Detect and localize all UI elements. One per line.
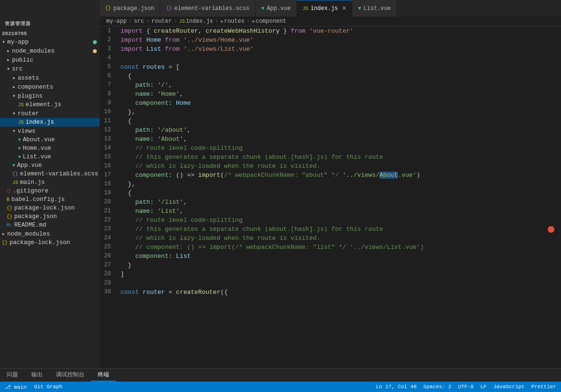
line-content-13[interactable]: name: 'About', [119,135,561,144]
sidebar-item-babel-config[interactable]: Bbabel.config.js [0,195,100,204]
code-line-13: 13 name: 'About', [100,135,561,144]
line-content-28[interactable]: ] [119,270,561,279]
sidebar-item-label: About.vue [23,137,55,143]
breadcrumb-item-8[interactable]: ◈routes [220,18,244,25]
project-name-label: 20210705 [2,31,27,36]
line-content-23[interactable]: // this generates a separate chunk (abou… [119,225,561,234]
tab-close-button[interactable]: × [342,5,346,12]
bottom-tab-输出[interactable]: 输出 [25,369,49,382]
line-content-22[interactable]: // route level code-splitting [119,216,561,225]
line-number-9: 9 [100,99,119,108]
sidebar-item-app-vue[interactable]: ▼App.vue [0,161,100,170]
line-content-14[interactable]: // route level code-splitting [119,144,561,153]
breadcrumb-item-6[interactable]: JSindex.js [179,18,213,25]
line-content-7[interactable]: path: '/', [119,81,561,90]
line-content-12[interactable]: path: '/about', [119,126,561,135]
sidebar-item-readme[interactable]: M↓README.md [0,221,100,229]
sidebar-item-about-vue[interactable]: ▼About.vue [0,136,100,144]
status-git-graph[interactable]: Git Graph [34,384,62,390]
sidebar-item-label: element.js [26,101,61,108]
breadcrumb-item-2[interactable]: src [134,18,144,25]
sidebar-item-my-app[interactable]: ▾my-app [0,37,100,46]
sidebar-item-element-js[interactable]: JSelement.js [0,100,100,109]
tab-app-vue[interactable]: ▼App.vue [256,0,297,17]
sidebar-item-label: package-lock.json [14,205,75,211]
bottom-tab-调试控制台[interactable]: 调试控制台 [49,369,91,382]
line-content-10[interactable]: }, [119,108,561,117]
sidebar-item-element-variables-scss[interactable]: {}element-variables.scss [0,170,100,178]
tab-icon-package-json: {} [105,6,111,11]
sidebar-item-components[interactable]: ▸components [0,82,100,91]
line-content-11[interactable]: { [119,117,561,126]
sidebar-project[interactable]: 20210705 [0,29,100,37]
sidebar-item-label: node_modules [7,231,50,237]
line-number-23: 23 [100,225,119,234]
line-content-8[interactable]: name: 'Home', [119,90,561,99]
line-content-24[interactable]: // which is lazy-loaded when the route i… [119,234,561,243]
line-number-18: 18 [100,180,119,189]
line-content-21[interactable]: name: 'List', [119,207,561,216]
sidebar-item-package-lock-json[interactable]: {}package-lock.json [0,204,100,212]
tab-package-json[interactable]: {}package.json [100,0,160,17]
line-content-15[interactable]: // this generates a separate chunk (abou… [119,153,561,162]
line-content-17[interactable]: component: () => import(/* webpackChunkN… [119,171,561,180]
line-content-5[interactable]: const routes = [ [119,63,561,72]
tab-element-variables-scss[interactable]: {}element-variables.scss [160,0,255,17]
line-content-16[interactable]: // which is lazy-loaded when the route i… [119,162,561,171]
status-eol[interactable]: LF [480,384,487,390]
line-content-25[interactable]: // component: () => import(/* webpackChu… [119,243,561,252]
sidebar-item-router[interactable]: ▾router [0,109,100,118]
line-content-3[interactable]: import List from '../views/List.vue' [119,45,561,54]
sidebar-item-assets[interactable]: ▸assets [0,73,100,82]
code-editor[interactable]: 1import { createRouter, createWebHashHis… [100,27,561,368]
status-formatter[interactable]: Prettier [531,384,556,390]
breadcrumb-separator: › [247,18,250,25]
sidebar-explorer-title: 资源管理器 [0,17,100,29]
tab-list-vue[interactable]: ▼List.vue [352,0,397,17]
status-encoding[interactable]: UTF-8 [458,384,474,390]
code-line-19: 19 { [100,189,561,198]
sidebar-item-list-vue[interactable]: ▼List.vue [0,153,100,161]
status-language[interactable]: JavaScript [493,384,524,390]
line-content-18[interactable]: }, [119,180,561,189]
line-number-24: 24 [100,234,119,243]
sidebar-item-node_modules[interactable]: ▸node_modules [0,46,100,55]
line-content-9[interactable]: component: Home [119,99,561,108]
sidebar-item-views[interactable]: ▾views [0,127,100,136]
sidebar-item-index-js[interactable]: JSindex.js [0,118,100,127]
bottom-tab-问题[interactable]: 问题 [0,369,25,382]
sidebar-item-package-lock2[interactable]: {}package-lock.json [0,238,100,247]
line-content-6[interactable]: { [119,72,561,81]
line-number-10: 10 [100,108,119,117]
sidebar-item-public[interactable]: ▸public [0,55,100,64]
breadcrumb-item-0[interactable]: my-app [106,18,127,25]
code-line-24: 24 // which is lazy-loaded when the rout… [100,234,561,243]
status-branch[interactable]: ⎇ main [5,384,27,390]
line-number-30: 30 [100,288,119,297]
sidebar-item-home-vue[interactable]: ▼Home.vue [0,144,100,153]
breadcrumb-item-4[interactable]: router [151,18,172,25]
line-number-8: 8 [100,90,119,99]
tab-index-js[interactable]: JSindex.js× [297,0,352,17]
line-content-30[interactable]: const router = createRouter({ [119,288,561,297]
file-icon: JS [18,120,24,125]
line-number-4: 4 [100,54,119,63]
code-line-29: 29 [100,279,561,288]
status-position[interactable]: Ln 17, Col 46 [376,384,417,390]
sidebar-item-src[interactable]: ▾src [0,64,100,73]
sidebar-item-plugins[interactable]: ▾plugins [0,91,100,100]
sidebar-item-node_modules2[interactable]: ▸node_modules [0,229,100,238]
breadcrumb-separator: › [129,18,132,25]
line-content-1[interactable]: import { createRouter, createWebHashHist… [119,27,561,36]
line-content-27[interactable]: } [119,261,561,270]
line-content-2[interactable]: import Home from '../views/Home.vue' [119,36,561,45]
breadcrumb-item-10[interactable]: ◈component [252,18,286,25]
sidebar-item-package-json[interactable]: {}package.json [0,212,100,221]
line-content-20[interactable]: path: '/list', [119,198,561,207]
line-content-19[interactable]: { [119,189,561,198]
sidebar-item-gitignore[interactable]: ⬡.gitignore [0,187,100,195]
line-content-26[interactable]: component: List [119,252,561,261]
bottom-tab-终端[interactable]: 终端 [91,369,116,382]
sidebar-item-main-js[interactable]: JSmain.js [0,178,100,187]
status-spaces[interactable]: Spaces: 2 [423,384,451,390]
